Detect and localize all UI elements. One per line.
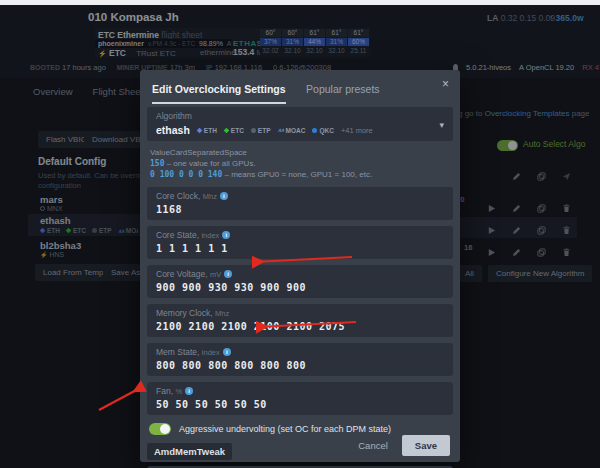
coin-label: ETC: [231, 127, 244, 134]
modal-tab-edit-overclocking[interactable]: Edit Overclocking Settings: [152, 83, 286, 104]
qkc-coin-icon: [312, 128, 317, 133]
eth-coin-icon: [197, 127, 203, 133]
core-state-input[interactable]: Core State, indexi 1 1 1 1 1 1: [147, 226, 453, 259]
hint-title: ValueCardSeparatedSpace: [150, 148, 450, 157]
etc-coin-icon: [224, 127, 230, 133]
field-unit: index: [201, 231, 219, 240]
hint-text-2: – means GPU0 = none, GPU1 = 100, etc.: [222, 170, 372, 179]
hint-text-1: – one value for all GPUs.: [164, 159, 255, 168]
core-voltage-input[interactable]: Core Voltage, mVi 900 900 930 930 900 90…: [147, 265, 453, 298]
values-hint: ValueCardSeparatedSpace 150 – one value …: [150, 148, 450, 179]
algorithm-value-row: ethash ETH ETC ETP ∧∧MOAC QKC +41 more: [156, 124, 444, 136]
cancel-button[interactable]: Cancel: [358, 440, 388, 451]
modal-body: Algorithm ethash ETH ETC ETP ∧∧MOAC QKC …: [140, 103, 460, 468]
modal-tab-popular-presets[interactable]: Popular presets: [306, 83, 380, 95]
field-unit: Mhz: [215, 309, 229, 318]
info-icon[interactable]: i: [185, 387, 193, 395]
field-label: Memory Clock,: [156, 308, 213, 318]
modal-footer: Cancel Save: [140, 428, 460, 462]
chevron-down-icon[interactable]: ▾: [439, 120, 444, 130]
info-icon[interactable]: i: [220, 192, 228, 200]
field-label: Fan,: [156, 386, 173, 396]
coin-label: ETP: [258, 127, 271, 134]
more-coins-label: +41 more: [341, 126, 373, 135]
field-label: Mem State,: [156, 347, 199, 357]
field-value: 900 900 930 930 900 900: [156, 282, 444, 293]
field-label: Core Clock,: [156, 191, 200, 201]
hint-code-2: 0 100 0 0 0 140: [150, 170, 222, 179]
field-value: 1 1 1 1 1 1: [156, 243, 444, 254]
field-label: Core Voltage,: [156, 269, 208, 279]
coin-label: ETH: [204, 127, 217, 134]
algorithm-value: ethash: [156, 124, 190, 136]
info-icon[interactable]: i: [222, 231, 230, 239]
mem-state-input[interactable]: Mem State, indexi 800 800 800 800 800 80…: [147, 343, 453, 376]
memory-clock-input[interactable]: Memory Clock, Mhz 2100 2100 2100 2100 21…: [147, 304, 453, 337]
field-value: 50 50 50 50 50 50: [156, 399, 444, 410]
field-label: Core State,: [156, 230, 199, 240]
field-unit: mV: [210, 270, 221, 279]
hint-code-1: 150: [150, 159, 164, 168]
algorithm-label: Algorithm: [156, 111, 444, 121]
field-unit: Mhz: [203, 192, 217, 201]
etp-coin-icon: [251, 128, 256, 133]
coin-label: MOAC: [286, 127, 306, 134]
info-icon[interactable]: i: [223, 348, 231, 356]
field-unit: index: [202, 348, 220, 357]
fan-input[interactable]: Fan, %i 50 50 50 50 50 50: [147, 382, 453, 415]
field-value: 1168: [156, 204, 444, 215]
modal-header: Edit Overclocking Settings Popular prese…: [140, 70, 460, 103]
close-icon[interactable]: ×: [442, 77, 449, 91]
edit-overclocking-modal: Edit Overclocking Settings Popular prese…: [140, 70, 460, 462]
coin-label: QKC: [319, 127, 333, 134]
field-value: 2100 2100 2100 2100 2100 2075: [156, 321, 444, 332]
info-icon[interactable]: i: [224, 270, 232, 278]
algorithm-select[interactable]: Algorithm ethash ETH ETC ETP ∧∧MOAC QKC …: [147, 107, 453, 141]
save-button[interactable]: Save: [402, 435, 450, 456]
field-unit: %: [175, 387, 182, 396]
moac-coin-icon: ∧∧: [278, 127, 284, 133]
field-value: 800 800 800 800 800 800: [156, 360, 444, 371]
core-clock-input[interactable]: Core Clock, Mhzi 1168: [147, 187, 453, 220]
